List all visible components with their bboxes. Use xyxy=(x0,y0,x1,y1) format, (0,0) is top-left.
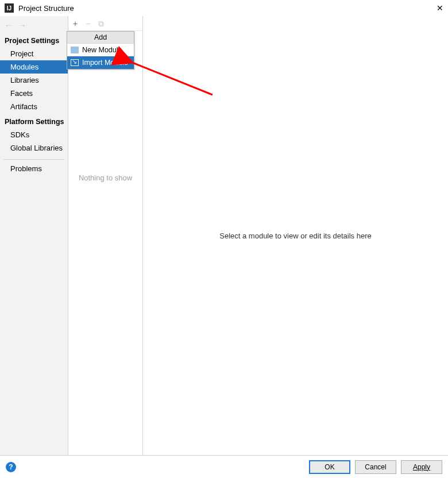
ok-button[interactable]: OK xyxy=(309,460,350,474)
help-icon[interactable]: ? xyxy=(6,462,16,472)
modules-list-panel: + − ⧉ Nothing to show xyxy=(68,16,143,455)
popup-item-new-module[interactable]: New Module xyxy=(67,44,134,56)
add-popup: Add New Module Import Module xyxy=(67,31,134,70)
sidebar: ← → Project Settings Project Modules Lib… xyxy=(0,16,68,455)
cancel-button[interactable]: Cancel xyxy=(355,460,396,474)
sidebar-item-project[interactable]: Project xyxy=(0,47,68,60)
sidebar-item-sdks[interactable]: SDKs xyxy=(0,128,68,141)
sidebar-item-problems[interactable]: Problems xyxy=(0,162,68,175)
section-header-project-settings: Project Settings xyxy=(0,32,68,47)
sidebar-item-artifacts[interactable]: Artifacts xyxy=(0,100,68,113)
apply-button[interactable]: Apply xyxy=(401,460,442,474)
popup-item-label: New Module xyxy=(82,46,122,54)
copy-module-button: ⧉ xyxy=(98,20,104,28)
add-module-button[interactable]: + xyxy=(73,20,78,28)
nav-forward-icon[interactable]: → xyxy=(18,21,26,29)
sidebar-item-global-libraries[interactable]: Global Libraries xyxy=(0,141,68,155)
app-icon: IJ xyxy=(5,3,14,13)
dialog-title: Project Structure xyxy=(18,4,425,13)
nav-back-icon[interactable]: ← xyxy=(5,21,13,29)
sidebar-item-facets[interactable]: Facets xyxy=(0,87,68,100)
popup-item-import-module[interactable]: Import Module xyxy=(67,56,134,69)
section-header-platform-settings: Platform Settings xyxy=(0,113,68,128)
add-popup-header: Add xyxy=(67,32,134,44)
remove-module-button: − xyxy=(86,20,90,28)
popup-item-label: Import Module xyxy=(82,59,128,67)
module-details-panel: Select a module to view or edit its deta… xyxy=(143,16,448,455)
sidebar-divider xyxy=(3,159,64,160)
close-button[interactable]: ✕ xyxy=(425,3,443,13)
modules-empty-text: Nothing to show xyxy=(68,31,142,455)
folder-icon xyxy=(71,47,79,53)
module-details-placeholder: Select a module to view or edit its deta… xyxy=(219,232,371,240)
modules-toolbar: + − ⧉ xyxy=(68,16,142,31)
import-icon xyxy=(71,59,79,66)
sidebar-item-libraries[interactable]: Libraries xyxy=(0,74,68,87)
sidebar-item-modules[interactable]: Modules xyxy=(0,60,68,74)
